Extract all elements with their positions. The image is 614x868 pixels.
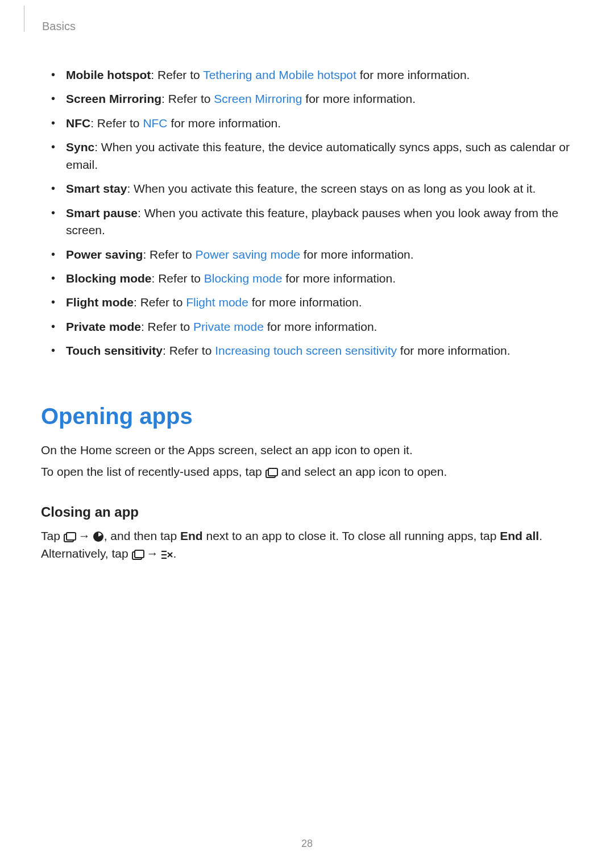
- running-header: Basics: [39, 18, 573, 35]
- link-touch-sensitivity[interactable]: Increasing touch screen sensitivity: [215, 344, 397, 357]
- text: for more information.: [264, 320, 377, 333]
- text: : Refer to: [90, 117, 143, 130]
- text: : Refer to: [163, 344, 215, 357]
- svg-rect-6: [135, 550, 144, 558]
- text: : Refer to: [152, 272, 204, 285]
- text: for more information.: [302, 92, 416, 105]
- text: : When you activate this feature, playba…: [66, 206, 558, 236]
- feature-list: Mobile hotspot: Refer to Tethering and M…: [57, 67, 573, 360]
- term: Mobile hotspot: [66, 68, 151, 81]
- term: Smart stay: [66, 182, 127, 195]
- term: Smart pause: [66, 206, 138, 219]
- text: : Refer to: [143, 248, 195, 261]
- page-number: 28: [0, 836, 614, 851]
- recent-apps-icon: [265, 468, 278, 478]
- link-tethering[interactable]: Tethering and Mobile hotspot: [203, 68, 356, 81]
- task-manager-icon: [93, 531, 104, 542]
- link-screen-mirroring[interactable]: Screen Mirroring: [214, 92, 302, 105]
- list-item: Private mode: Refer to Private mode for …: [57, 318, 573, 335]
- text: : When you activate this feature, the sc…: [127, 182, 536, 195]
- term: NFC: [66, 117, 90, 130]
- list-item: Screen Mirroring: Refer to Screen Mirror…: [57, 90, 573, 107]
- text: : Refer to: [141, 320, 193, 333]
- list-item: NFC: Refer to NFC for more information.: [57, 115, 573, 132]
- link-power-saving[interactable]: Power saving mode: [196, 248, 300, 261]
- text: : Refer to: [151, 68, 203, 81]
- text: for more information.: [356, 68, 470, 81]
- close-all-icon: [161, 550, 173, 560]
- text: for more information.: [300, 248, 414, 261]
- text: .: [173, 547, 177, 560]
- bold-end-all: End all: [500, 529, 539, 542]
- text: and select an app icon to open.: [278, 465, 447, 478]
- text: for more information.: [168, 117, 281, 130]
- text: , and then tap: [104, 529, 180, 542]
- term: Sync: [66, 140, 94, 153]
- paragraph: On the Home screen or the Apps screen, s…: [41, 442, 573, 459]
- link-flight-mode[interactable]: Flight mode: [186, 296, 248, 309]
- text: next to an app to close it. To close all…: [203, 529, 500, 542]
- term: Screen Mirroring: [66, 92, 161, 105]
- term: Flight mode: [66, 296, 134, 309]
- text: : Refer to: [161, 92, 214, 105]
- text: for more information.: [397, 344, 511, 357]
- heading-opening-apps: Opening apps: [41, 400, 573, 433]
- list-item: Smart stay: When you activate this featu…: [57, 180, 573, 197]
- paragraph: To open the list of recently-used apps, …: [41, 463, 573, 480]
- list-item: Blocking mode: Refer to Blocking mode fo…: [57, 270, 573, 287]
- svg-rect-1: [268, 468, 277, 476]
- arrow-icon: →: [144, 547, 161, 560]
- term: Touch sensitivity: [66, 344, 163, 357]
- text: : Refer to: [134, 296, 186, 309]
- link-private-mode[interactable]: Private mode: [193, 320, 264, 333]
- bold-end: End: [180, 529, 203, 542]
- recent-apps-icon: [132, 550, 144, 560]
- text: Tap: [41, 529, 64, 542]
- term: Blocking mode: [66, 272, 152, 285]
- list-item: Mobile hotspot: Refer to Tethering and M…: [57, 67, 573, 84]
- link-nfc[interactable]: NFC: [143, 117, 167, 130]
- arrow-icon: →: [76, 529, 93, 542]
- text: To open the list of recently-used apps, …: [41, 465, 265, 478]
- text: for more information.: [282, 272, 396, 285]
- text: for more information.: [248, 296, 362, 309]
- paragraph: Tap →, and then tap End next to an app t…: [41, 528, 573, 562]
- svg-rect-3: [67, 533, 76, 540]
- list-item: Smart pause: When you activate this feat…: [57, 205, 573, 239]
- heading-closing-an-app: Closing an app: [41, 502, 573, 522]
- term: Private mode: [66, 320, 141, 333]
- text: : When you activate this feature, the de…: [66, 140, 570, 171]
- list-item: Flight mode: Refer to Flight mode for mo…: [57, 294, 573, 311]
- link-blocking-mode[interactable]: Blocking mode: [204, 272, 283, 285]
- list-item: Touch sensitivity: Refer to Increasing t…: [57, 342, 573, 359]
- list-item: Power saving: Refer to Power saving mode…: [57, 246, 573, 263]
- list-item: Sync: When you activate this feature, th…: [57, 139, 573, 173]
- term: Power saving: [66, 248, 143, 261]
- recent-apps-icon: [64, 532, 76, 542]
